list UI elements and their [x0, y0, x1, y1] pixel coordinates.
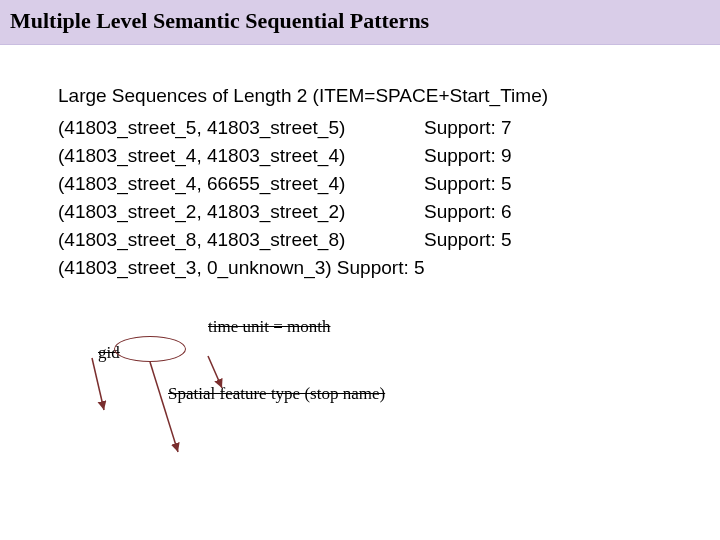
sequence-support: Support: 5: [424, 229, 512, 251]
sequence-support: Support: 5: [424, 173, 512, 195]
content-area: Large Sequences of Length 2 (ITEM=SPACE+…: [0, 45, 720, 419]
sequence-row-last: (41803_street_3, 0_unknown_3) Support: 5: [58, 257, 720, 279]
sequence-pattern: (41803_street_2, 41803_street_2): [58, 201, 424, 223]
annotation-spatial-feature: Spatial feature type (stop name): [168, 384, 385, 404]
sequence-pattern: (41803_street_4, 41803_street_4): [58, 145, 424, 167]
sequence-last-text: (41803_street_3, 0_unknown_3) Support: 5: [58, 257, 425, 278]
sequence-row: (41803_street_5, 41803_street_5) Support…: [58, 117, 720, 139]
annotation-time-unit: time unit = month: [208, 317, 330, 337]
annotations-block: time unit = month gid Spatial feature ty…: [58, 299, 720, 419]
sequence-pattern: (41803_street_5, 41803_street_5): [58, 117, 424, 139]
sequence-pattern: (41803_street_4, 66655_street_4): [58, 173, 424, 195]
sequence-row: (41803_street_8, 41803_street_8) Support…: [58, 229, 720, 251]
section-heading: Large Sequences of Length 2 (ITEM=SPACE+…: [58, 85, 720, 107]
sequence-row: (41803_street_4, 41803_street_4) Support…: [58, 145, 720, 167]
sequence-support: Support: 6: [424, 201, 512, 223]
sequence-row: (41803_street_4, 66655_street_4) Support…: [58, 173, 720, 195]
annotation-gid: gid: [98, 343, 120, 363]
sequence-support: Support: 9: [424, 145, 512, 167]
sequence-pattern: (41803_street_8, 41803_street_8): [58, 229, 424, 251]
slide-title: Multiple Level Semantic Sequential Patte…: [10, 8, 710, 34]
sequence-support: Support: 7: [424, 117, 512, 139]
title-band: Multiple Level Semantic Sequential Patte…: [0, 0, 720, 45]
sequence-row: (41803_street_2, 41803_street_2) Support…: [58, 201, 720, 223]
